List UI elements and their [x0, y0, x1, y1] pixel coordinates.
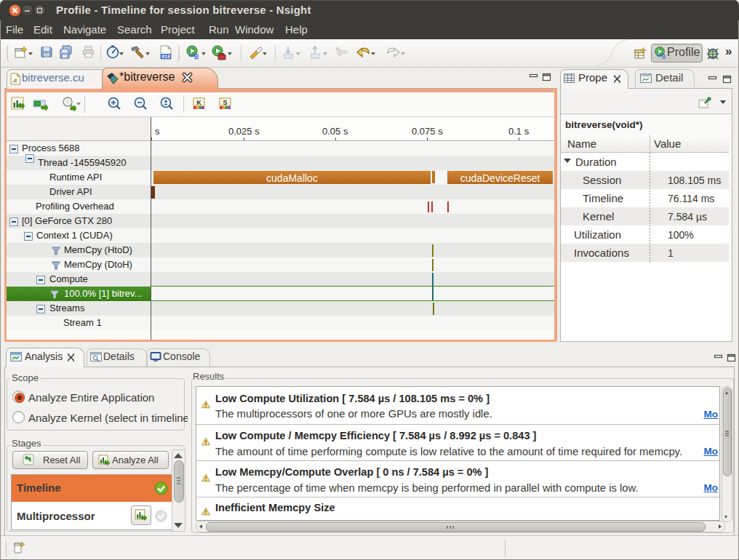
- svg-text:K: K: [196, 99, 201, 106]
- svg-text:010: 010: [161, 55, 170, 60]
- svg-text:.c: .c: [12, 77, 17, 84]
- svg-text:S: S: [223, 99, 227, 106]
